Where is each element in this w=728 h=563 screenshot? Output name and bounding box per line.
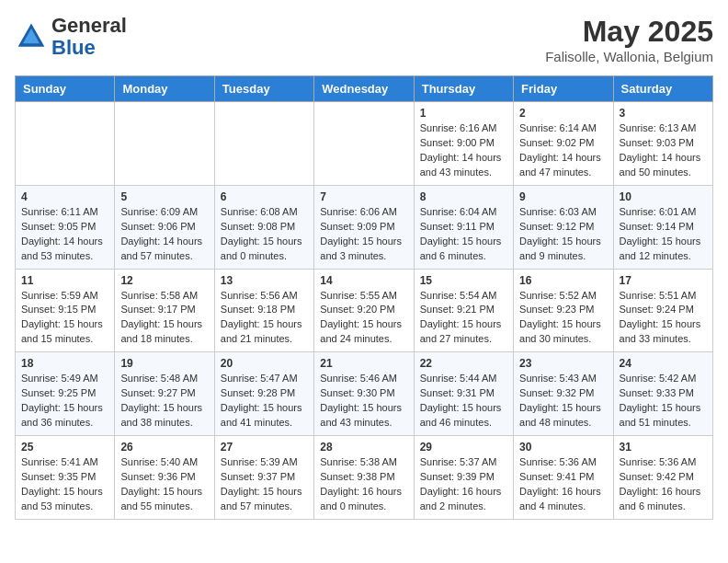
calendar-cell: 6Sunrise: 6:08 AM Sunset: 9:08 PM Daylig… (214, 185, 313, 269)
calendar-cell: 10Sunrise: 6:01 AM Sunset: 9:14 PM Dayli… (613, 185, 712, 269)
calendar-cell: 8Sunrise: 6:04 AM Sunset: 9:11 PM Daylig… (414, 185, 513, 269)
day-info: Sunrise: 6:04 AM Sunset: 9:11 PM Dayligh… (420, 205, 507, 264)
calendar-cell: 15Sunrise: 5:54 AM Sunset: 9:21 PM Dayli… (414, 269, 513, 352)
calendar-cell: 29Sunrise: 5:37 AM Sunset: 9:39 PM Dayli… (414, 436, 513, 520)
calendar-cell: 5Sunrise: 6:09 AM Sunset: 9:06 PM Daylig… (115, 185, 214, 269)
day-info: Sunrise: 5:42 AM Sunset: 9:33 PM Dayligh… (620, 372, 707, 431)
day-info: Sunrise: 5:36 AM Sunset: 9:41 PM Dayligh… (519, 455, 607, 514)
day-info: Sunrise: 6:01 AM Sunset: 9:14 PM Dayligh… (620, 205, 707, 264)
day-number: 25 (21, 441, 108, 454)
day-number: 5 (120, 190, 208, 203)
weekday-header-row: SundayMondayTuesdayWednesdayThursdayFrid… (16, 76, 713, 102)
day-info: Sunrise: 5:55 AM Sunset: 9:20 PM Dayligh… (320, 289, 407, 348)
day-info: Sunrise: 5:44 AM Sunset: 9:31 PM Dayligh… (420, 372, 507, 431)
calendar-cell: 3Sunrise: 6:13 AM Sunset: 9:03 PM Daylig… (613, 102, 712, 186)
logo-icon (15, 20, 48, 53)
day-number: 2 (519, 107, 607, 120)
weekday-header-saturday: Saturday (613, 76, 712, 102)
logo-text: General Blue (51, 15, 127, 59)
logo: General Blue (15, 15, 127, 59)
day-number: 27 (221, 441, 308, 454)
day-number: 7 (320, 190, 407, 203)
day-number: 24 (620, 357, 707, 370)
day-number: 22 (420, 357, 507, 370)
day-number: 14 (320, 274, 407, 287)
day-number: 10 (620, 190, 707, 203)
day-number: 26 (120, 441, 208, 454)
calendar-cell: 20Sunrise: 5:47 AM Sunset: 9:28 PM Dayli… (214, 352, 313, 436)
calendar-cell: 27Sunrise: 5:39 AM Sunset: 9:37 PM Dayli… (214, 436, 313, 520)
calendar-cell: 28Sunrise: 5:38 AM Sunset: 9:38 PM Dayli… (314, 436, 414, 520)
day-info: Sunrise: 6:13 AM Sunset: 9:03 PM Dayligh… (620, 121, 707, 180)
day-number: 21 (320, 357, 407, 370)
logo-general: General (51, 14, 127, 37)
calendar-cell: 31Sunrise: 5:36 AM Sunset: 9:42 PM Dayli… (613, 436, 712, 520)
logo-blue: Blue (51, 36, 96, 59)
day-info: Sunrise: 5:54 AM Sunset: 9:21 PM Dayligh… (420, 289, 507, 348)
day-info: Sunrise: 6:16 AM Sunset: 9:00 PM Dayligh… (420, 121, 507, 180)
calendar-cell: 30Sunrise: 5:36 AM Sunset: 9:41 PM Dayli… (514, 436, 613, 520)
day-number: 16 (519, 274, 607, 287)
day-info: Sunrise: 6:09 AM Sunset: 9:06 PM Dayligh… (120, 205, 208, 264)
calendar-cell: 16Sunrise: 5:52 AM Sunset: 9:23 PM Dayli… (514, 269, 613, 352)
calendar-cell: 4Sunrise: 6:11 AM Sunset: 9:05 PM Daylig… (16, 185, 115, 269)
day-number: 6 (221, 190, 308, 203)
weekday-header-sunday: Sunday (16, 76, 115, 102)
calendar-cell (214, 102, 313, 186)
calendar-week-0: 1Sunrise: 6:16 AM Sunset: 9:00 PM Daylig… (16, 102, 713, 186)
day-info: Sunrise: 6:06 AM Sunset: 9:09 PM Dayligh… (320, 205, 407, 264)
day-info: Sunrise: 5:37 AM Sunset: 9:39 PM Dayligh… (420, 455, 507, 514)
day-number: 9 (519, 190, 607, 203)
calendar-week-2: 11Sunrise: 5:59 AM Sunset: 9:15 PM Dayli… (16, 269, 713, 352)
day-number: 12 (120, 274, 208, 287)
day-number: 23 (519, 357, 607, 370)
day-number: 17 (620, 274, 707, 287)
day-info: Sunrise: 5:39 AM Sunset: 9:37 PM Dayligh… (221, 455, 308, 514)
day-info: Sunrise: 6:03 AM Sunset: 9:12 PM Dayligh… (519, 205, 607, 264)
day-number: 28 (320, 441, 407, 454)
calendar-cell: 18Sunrise: 5:49 AM Sunset: 9:25 PM Dayli… (16, 352, 115, 436)
day-info: Sunrise: 5:51 AM Sunset: 9:24 PM Dayligh… (620, 289, 707, 348)
day-number: 30 (519, 441, 607, 454)
weekday-header-friday: Friday (514, 76, 613, 102)
weekday-header-tuesday: Tuesday (214, 76, 313, 102)
calendar-cell (115, 102, 214, 186)
weekday-header-wednesday: Wednesday (314, 76, 414, 102)
calendar-week-3: 18Sunrise: 5:49 AM Sunset: 9:25 PM Dayli… (16, 352, 713, 436)
day-info: Sunrise: 6:11 AM Sunset: 9:05 PM Dayligh… (21, 205, 108, 264)
day-number: 11 (21, 274, 108, 287)
day-info: Sunrise: 5:49 AM Sunset: 9:25 PM Dayligh… (21, 372, 108, 431)
day-info: Sunrise: 5:43 AM Sunset: 9:32 PM Dayligh… (519, 372, 607, 431)
calendar-cell: 9Sunrise: 6:03 AM Sunset: 9:12 PM Daylig… (514, 185, 613, 269)
day-number: 20 (221, 357, 308, 370)
day-info: Sunrise: 5:47 AM Sunset: 9:28 PM Dayligh… (221, 372, 308, 431)
day-number: 29 (420, 441, 507, 454)
title-block: May 2025 Falisolle, Wallonia, Belgium (545, 15, 713, 64)
page-header: General Blue May 2025 Falisolle, Walloni… (15, 15, 713, 64)
calendar-table: SundayMondayTuesdayWednesdayThursdayFrid… (15, 75, 713, 520)
weekday-header-thursday: Thursday (414, 76, 513, 102)
day-number: 1 (420, 107, 507, 120)
day-info: Sunrise: 6:08 AM Sunset: 9:08 PM Dayligh… (221, 205, 308, 264)
day-info: Sunrise: 5:46 AM Sunset: 9:30 PM Dayligh… (320, 372, 407, 431)
day-number: 4 (21, 190, 108, 203)
calendar-cell: 23Sunrise: 5:43 AM Sunset: 9:32 PM Dayli… (514, 352, 613, 436)
calendar-week-1: 4Sunrise: 6:11 AM Sunset: 9:05 PM Daylig… (16, 185, 713, 269)
calendar-header: SundayMondayTuesdayWednesdayThursdayFrid… (16, 76, 713, 102)
calendar-cell: 2Sunrise: 6:14 AM Sunset: 9:02 PM Daylig… (514, 102, 613, 186)
day-info: Sunrise: 5:40 AM Sunset: 9:36 PM Dayligh… (120, 455, 208, 514)
calendar-cell: 1Sunrise: 6:16 AM Sunset: 9:00 PM Daylig… (414, 102, 513, 186)
day-info: Sunrise: 6:14 AM Sunset: 9:02 PM Dayligh… (519, 121, 607, 180)
calendar-cell: 14Sunrise: 5:55 AM Sunset: 9:20 PM Dayli… (314, 269, 414, 352)
day-number: 15 (420, 274, 507, 287)
calendar-cell: 19Sunrise: 5:48 AM Sunset: 9:27 PM Dayli… (115, 352, 214, 436)
day-number: 18 (21, 357, 108, 370)
day-info: Sunrise: 5:52 AM Sunset: 9:23 PM Dayligh… (519, 289, 607, 348)
location: Falisolle, Wallonia, Belgium (545, 49, 713, 64)
calendar-cell (314, 102, 414, 186)
day-info: Sunrise: 5:41 AM Sunset: 9:35 PM Dayligh… (21, 455, 108, 514)
calendar-cell: 21Sunrise: 5:46 AM Sunset: 9:30 PM Dayli… (314, 352, 414, 436)
calendar-cell: 7Sunrise: 6:06 AM Sunset: 9:09 PM Daylig… (314, 185, 414, 269)
day-number: 19 (120, 357, 208, 370)
calendar-cell: 13Sunrise: 5:56 AM Sunset: 9:18 PM Dayli… (214, 269, 313, 352)
